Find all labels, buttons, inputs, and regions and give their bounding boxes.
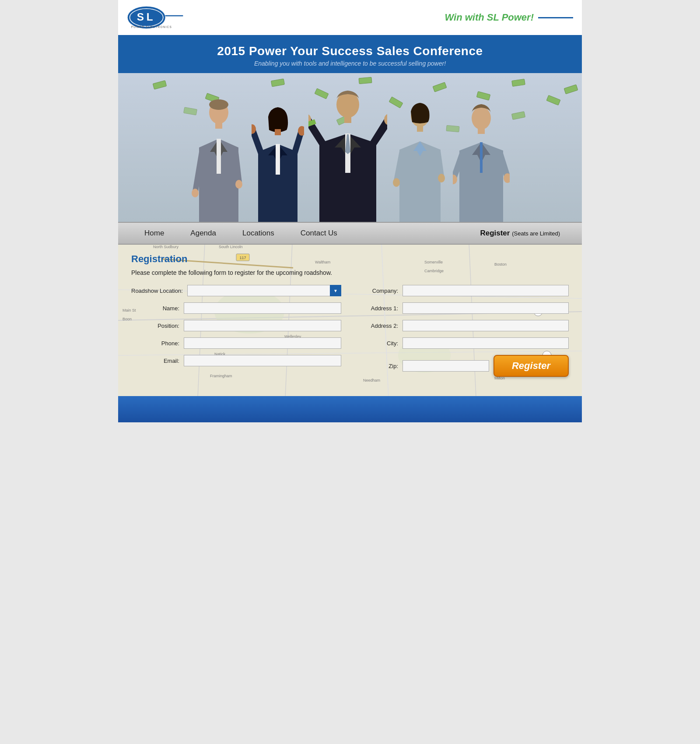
position-input[interactable] xyxy=(184,320,341,331)
svg-point-27 xyxy=(472,107,491,130)
form-right-column: Company: Address 1: Address 2: City: xyxy=(350,285,569,383)
person-silhouette xyxy=(190,95,247,222)
nav-register[interactable]: Register (Seats are Limited) xyxy=(471,223,569,244)
phone-row: Phone: xyxy=(131,337,341,349)
email-row: Email: xyxy=(131,355,341,366)
form-left-column: Roadshow Location: Boston New York Chica… xyxy=(131,285,350,383)
company-row: Company: xyxy=(350,285,569,296)
roadshow-location-row: Roadshow Location: Boston New York Chica… xyxy=(131,285,341,296)
svg-point-25 xyxy=(393,178,400,187)
page-footer xyxy=(118,396,582,422)
position-row: Position: xyxy=(131,320,341,331)
svg-rect-8 xyxy=(215,122,222,129)
svg-point-7 xyxy=(209,99,228,110)
svg-text:POWER ELECTRONICS: POWER ELECTRONICS xyxy=(131,25,172,28)
svg-rect-24 xyxy=(417,126,423,132)
hero-people xyxy=(153,82,547,222)
name-input[interactable] xyxy=(184,302,341,314)
address1-input[interactable] xyxy=(402,302,569,314)
svg-rect-18 xyxy=(344,116,351,123)
company-logo: S L POWER ELECTRONICS xyxy=(127,4,184,31)
name-row: Name: xyxy=(131,302,341,314)
address1-label: Address 1: xyxy=(350,305,402,312)
nav-home[interactable]: Home xyxy=(131,223,177,244)
city-input[interactable] xyxy=(402,337,569,349)
person-silhouette xyxy=(453,102,510,222)
company-input[interactable] xyxy=(402,285,569,296)
nav-agenda[interactable]: Agenda xyxy=(177,223,229,244)
email-label: Email: xyxy=(131,358,184,364)
header-right: Win with SL Power! xyxy=(444,12,573,23)
phone-label: Phone: xyxy=(131,340,184,347)
svg-rect-13 xyxy=(275,129,281,135)
address2-input[interactable] xyxy=(402,320,569,331)
tagline: Win with SL Power! xyxy=(444,12,534,23)
city-row: City: xyxy=(350,337,569,349)
hero-section xyxy=(118,73,582,222)
svg-rect-28 xyxy=(478,128,485,134)
person-silhouette xyxy=(392,99,448,222)
email-input[interactable] xyxy=(184,355,341,366)
name-label: Name: xyxy=(131,305,184,312)
address2-label: Address 2: xyxy=(350,323,402,329)
city-label: City: xyxy=(350,340,402,347)
svg-text:L: L xyxy=(147,11,153,23)
register-button[interactable]: Register xyxy=(494,355,569,377)
registration-form-section: Registration Please complete the followi… xyxy=(118,245,582,396)
form-title: Registration xyxy=(131,253,569,265)
event-banner: 2015 Power Your Success Sales Conference… xyxy=(118,36,582,73)
person-silhouette xyxy=(252,104,304,222)
header-decoration xyxy=(538,17,573,18)
address1-row: Address 1: xyxy=(350,302,569,314)
nav-register-seats: (Seats are Limited) xyxy=(512,230,560,237)
nav-locations[interactable]: Locations xyxy=(229,223,287,244)
person-silhouette xyxy=(308,86,387,222)
zip-label: Zip: xyxy=(350,363,402,369)
logo-area: S L POWER ELECTRONICS xyxy=(127,4,184,31)
nav-contact[interactable]: Contact Us xyxy=(287,223,350,244)
page-header: S L POWER ELECTRONICS Win with SL Power! xyxy=(118,0,582,36)
svg-text:S: S xyxy=(137,11,144,23)
zip-input[interactable] xyxy=(402,360,489,372)
form-grid: Roadshow Location: Boston New York Chica… xyxy=(131,285,569,383)
position-label: Position: xyxy=(131,323,184,329)
zip-row: Zip: Register xyxy=(350,355,569,377)
roadshow-location-select-wrapper[interactable]: Boston New York Chicago xyxy=(187,285,341,296)
svg-rect-9 xyxy=(217,139,221,174)
svg-point-10 xyxy=(192,189,199,197)
svg-rect-29 xyxy=(480,142,483,173)
main-content: 117 North Sudbury South Lincoln Belmont … xyxy=(118,245,582,396)
event-title: 2015 Power Your Success Sales Conference xyxy=(122,44,578,58)
svg-point-26 xyxy=(438,174,445,182)
form-description: Please complete the following form to re… xyxy=(131,269,569,276)
navigation-bar: Home Agenda Locations Contact Us Registe… xyxy=(118,222,582,245)
company-label: Company: xyxy=(350,288,402,294)
roadshow-location-select[interactable]: Boston New York Chicago xyxy=(187,285,341,296)
roadshow-location-label: Roadshow Location: xyxy=(131,288,187,294)
event-subtitle: Enabling you with tools and intelligence… xyxy=(122,60,578,67)
svg-point-11 xyxy=(235,180,242,189)
phone-input[interactable] xyxy=(184,337,341,349)
address2-row: Address 2: xyxy=(350,320,569,331)
svg-rect-14 xyxy=(276,144,280,175)
